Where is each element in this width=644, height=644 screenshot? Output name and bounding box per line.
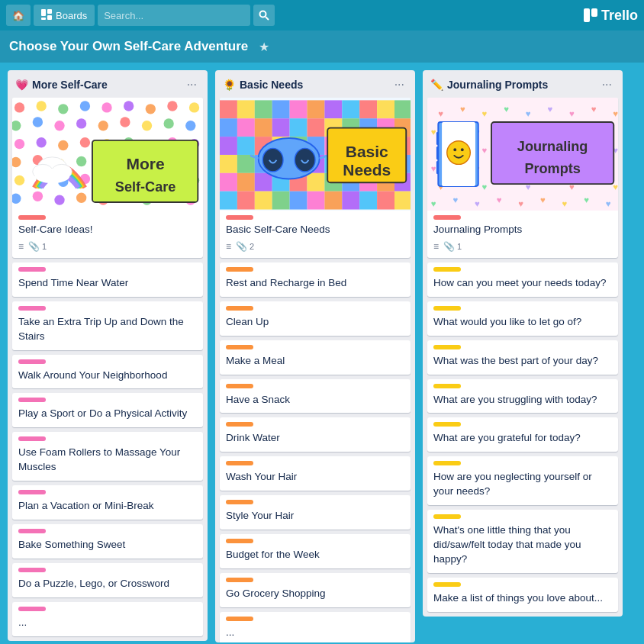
svg-point-205 [453,148,456,151]
card[interactable]: Rest and Recharge in Bed [220,262,411,297]
card[interactable]: Style Your Hair [220,495,411,530]
card[interactable]: Use Foam Rollers to Massage Your Muscles [12,432,203,481]
home-button[interactable]: 🏠 [6,5,31,26]
list-more-self-care: 💗More Self-Care··· More Self-Care Self-C… [8,70,208,641]
card[interactable]: Spend Time Near Water [12,262,203,297]
card[interactable]: ... [220,612,411,642]
card-label [226,539,253,543]
card[interactable]: Make a Meal [220,340,411,375]
badge-count: 2 [250,242,254,251]
svg-text:♥: ♥ [452,195,458,204]
card-cover: ♥♥♥♥♥♥♥♥♥♥♥♥♥♥♥♥♥♥♥♥♥♥♥♥♥♥♥♥♥♥♥♥♥♥♥♥♥♥♥♥… [427,98,618,211]
card-label [226,215,253,220]
svg-text:Journaling: Journaling [517,139,588,154]
card-label [226,345,253,349]
star-button[interactable]: ★ [254,38,274,56]
svg-rect-2 [41,18,46,20]
list-menu-button[interactable]: ··· [599,76,615,93]
boards-icon [41,9,52,22]
card[interactable]: Take an Extra Trip Up and Down the Stair… [12,301,203,350]
card[interactable]: How are you neglecting yourself or your … [427,456,618,505]
card[interactable]: Play a Sport or Do a Physical Activity [12,393,203,427]
svg-text:♥: ♥ [431,199,436,208]
search-button[interactable] [253,5,275,26]
svg-rect-82 [237,118,255,137]
card[interactable]: What would you like to let go of? [427,301,618,336]
card-cover: Basic Needs [220,98,411,211]
card[interactable]: Make a list of things you love about... [427,578,618,612]
svg-point-55 [33,192,43,201]
card-label [18,359,46,364]
svg-point-24 [142,121,152,130]
list-menu-button[interactable]: ··· [391,76,407,93]
svg-text:♥: ♥ [584,195,589,204]
card[interactable]: Bake Something Sweet [12,524,203,559]
svg-point-11 [58,104,68,114]
card-label [18,490,46,494]
card-title: What are you struggling with today? [433,393,612,407]
svg-rect-115 [237,173,255,192]
card-label [18,306,46,311]
card[interactable]: More Self-Care Self-Care Ideas!≡📎1 [12,98,203,258]
card-badge: 📎1 [443,241,462,252]
svg-text:♥: ♥ [540,195,546,204]
card-body: Self-Care Ideas!≡📎1 [12,211,203,258]
card-title: Bake Something Sweet [18,538,197,552]
card[interactable]: What's one little thing that you did/saw… [427,510,618,573]
svg-point-12 [80,101,90,111]
svg-point-29 [58,140,68,150]
card[interactable]: ♥♥♥♥♥♥♥♥♥♥♥♥♥♥♥♥♥♥♥♥♥♥♥♥♥♥♥♥♥♥♥♥♥♥♥♥♥♥♥♥… [427,98,618,258]
svg-rect-131 [324,192,342,210]
search-input[interactable] [98,5,250,26]
badge-icon: ≡ [433,241,439,252]
svg-rect-80 [394,100,411,118]
card-title: ... [18,616,197,630]
card[interactable]: Walk Around Your Neighborhood [12,355,203,389]
svg-point-19 [33,117,43,127]
card-body: Journaling Prompts≡📎1 [427,211,618,258]
svg-text:♥: ♥ [482,109,488,118]
card[interactable]: Have a Snack [220,379,411,414]
card[interactable]: What are you struggling with today? [427,379,618,414]
svg-text:More: More [127,155,165,172]
card-label [18,436,46,441]
list-title: 🌻Basic Needs [223,79,303,91]
svg-rect-129 [290,192,308,210]
card-badges: ≡📎1 [18,241,197,252]
svg-point-25 [163,118,173,128]
card-label [433,422,461,427]
card[interactable]: Plan a Vacation or Mini-Break [12,485,203,520]
card[interactable]: ... [12,602,203,636]
card[interactable]: Go Grocery Shopping [220,573,411,607]
svg-rect-75 [308,100,325,118]
svg-rect-114 [220,173,237,192]
card[interactable]: What was the best part of your day? [427,340,618,375]
card-title: Spend Time Near Water [18,276,197,291]
svg-rect-74 [290,100,308,118]
card[interactable]: How can you meet your needs today? [427,262,618,297]
card[interactable]: Clean Up [220,301,411,336]
card-title: Plan a Vacation or Mini-Break [18,499,197,514]
list-cards: ♥♥♥♥♥♥♥♥♥♥♥♥♥♥♥♥♥♥♥♥♥♥♥♥♥♥♥♥♥♥♥♥♥♥♥♥♥♥♥♥… [423,98,623,617]
list-menu-button[interactable]: ··· [184,76,200,93]
card-title: Clean Up [226,315,404,330]
card-label [226,267,253,272]
svg-rect-103 [220,155,237,173]
card-title: How are you neglecting yourself or your … [433,470,612,499]
svg-rect-72 [255,100,272,118]
card[interactable]: Budget for the Week [220,534,411,568]
card[interactable]: Do a Puzzle, Lego, or Crossword [12,563,203,597]
card[interactable]: Drink Water [220,417,411,452]
list-icon: 💗 [15,79,28,91]
svg-rect-127 [255,192,272,210]
svg-rect-84 [272,118,290,137]
card-title: Basic Self-Care Needs [226,223,404,237]
svg-text:♥: ♥ [431,127,436,137]
card-title: What was the best part of your day? [433,354,612,369]
card[interactable]: Wash Your Hair [220,456,411,491]
boards-button[interactable]: Boards [34,5,95,26]
card[interactable]: Basic Needs Basic Self-Care Needs≡📎2 [220,98,411,258]
svg-rect-130 [308,192,325,210]
card[interactable]: What are you grateful for today? [427,417,618,452]
svg-rect-77 [342,100,359,118]
